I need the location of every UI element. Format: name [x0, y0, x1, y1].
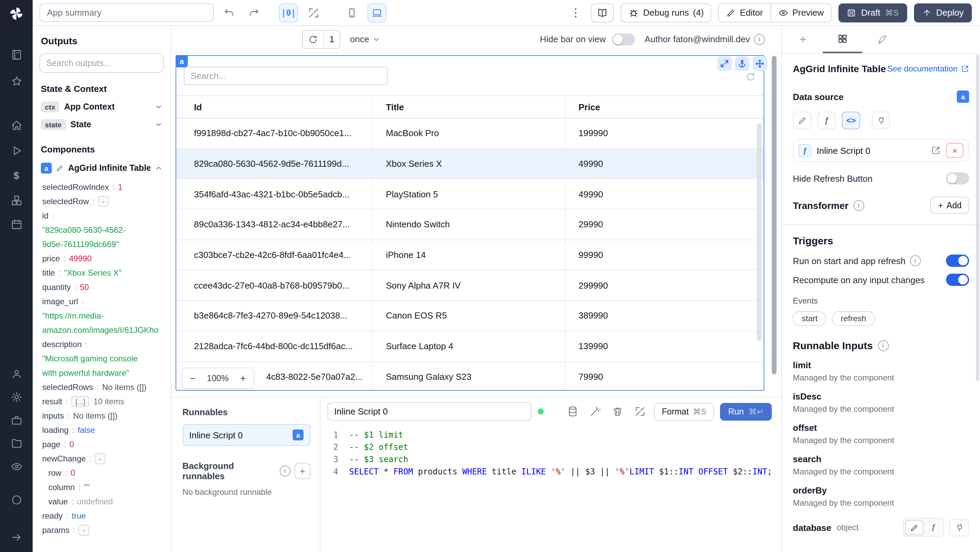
- hide-refresh-toggle[interactable]: [946, 172, 969, 185]
- format-button[interactable]: Format ⌘S: [654, 402, 714, 420]
- output-tree-row[interactable]: newChange : -: [42, 451, 164, 466]
- output-tree-row[interactable]: column : "": [42, 480, 164, 494]
- remove-script-button[interactable]: ×: [946, 143, 964, 158]
- output-tree-row[interactable]: selectedRowIndex : 1: [42, 180, 164, 194]
- grid-scrollbar[interactable]: [757, 123, 762, 341]
- eye-icon[interactable]: [0, 456, 33, 476]
- state-row[interactable]: state State: [40, 116, 164, 134]
- connect-plug-icon[interactable]: [950, 519, 969, 536]
- dollar-icon[interactable]: $: [0, 165, 33, 185]
- event-chip[interactable]: start: [793, 311, 827, 326]
- help-circle-icon[interactable]: [0, 489, 33, 510]
- add-transformer-button[interactable]: +Add: [931, 197, 969, 214]
- centered-layout-toggle[interactable]: |0|: [279, 3, 298, 22]
- redo-button[interactable]: [245, 4, 263, 21]
- more-menu-button[interactable]: ⋮: [568, 6, 584, 19]
- event-chip[interactable]: refresh: [832, 311, 875, 326]
- output-tree-row[interactable]: image_url :: [42, 294, 164, 308]
- code-editor[interactable]: 1-- $1 limit2-- $2 offset3-- $3 search4S…: [321, 425, 781, 552]
- table-row[interactable]: 4c83-8022-5e70a07a2... Samsung Galaxy S2…: [176, 362, 764, 390]
- output-tree-row[interactable]: inputs : No items ([]): [42, 408, 164, 423]
- run-button[interactable]: Run ⌘↵: [720, 402, 772, 420]
- output-tree-row[interactable]: price : 49990: [42, 251, 164, 266]
- table-search-input[interactable]: [184, 67, 388, 85]
- output-tree-row[interactable]: quantity : 50: [42, 280, 164, 294]
- output-tree-row[interactable]: 9d5e-7611199dc669": [42, 237, 164, 251]
- editor-tab[interactable]: Editor: [719, 4, 770, 21]
- gear-icon[interactable]: [0, 387, 33, 407]
- output-tree-row[interactable]: ready : true: [42, 508, 164, 523]
- table-row[interactable]: 89c0a336-1343-4812-ac34-e4bb8e27... Nint…: [176, 210, 764, 240]
- output-tree-row[interactable]: description :: [42, 337, 164, 351]
- output-tree-row[interactable]: "https://m.media-: [42, 308, 164, 323]
- connect-plug-icon[interactable]: [872, 111, 890, 129]
- database-icon[interactable]: [565, 403, 581, 420]
- magic-wand-icon[interactable]: [587, 403, 603, 420]
- deploy-button[interactable]: Deploy: [914, 3, 972, 22]
- windmill-logo[interactable]: [0, 3, 33, 24]
- tab-styling[interactable]: [862, 26, 902, 53]
- recompute-toggle[interactable]: [946, 274, 969, 286]
- aggrid-table-component[interactable]: a Id Title Price: [176, 55, 764, 391]
- collapse-arrow-icon[interactable]: [0, 527, 33, 547]
- run-on-start-toggle[interactable]: [946, 255, 969, 267]
- play-icon[interactable]: [0, 140, 33, 161]
- output-tree-row[interactable]: params : -: [42, 523, 164, 537]
- star-icon[interactable]: [0, 71, 33, 91]
- preview-tab[interactable]: Preview: [770, 4, 831, 21]
- pencil-icon[interactable]: [905, 520, 924, 535]
- output-tree-row[interactable]: result : [...] 10 items: [42, 394, 164, 408]
- desktop-view-button[interactable]: [368, 3, 387, 22]
- table-row[interactable]: 354f6afd-43ac-4321-b1bc-0b5e5adcb... Pla…: [176, 179, 764, 210]
- zoom-in-button[interactable]: +: [233, 368, 253, 388]
- add-background-runnable-button[interactable]: +: [295, 463, 311, 479]
- chevron-up-icon[interactable]: [154, 164, 163, 172]
- output-tree-row[interactable]: selectedRow : -: [42, 194, 164, 208]
- app-summary-input[interactable]: [40, 3, 214, 22]
- script-name-input[interactable]: [327, 402, 531, 421]
- table-row[interactable]: 2128adca-7fc6-44bd-800c-dc115df6ac... Su…: [176, 331, 764, 362]
- briefcase-icon[interactable]: [0, 410, 33, 430]
- column-header-price[interactable]: Price: [566, 96, 764, 118]
- refresh-icon[interactable]: [303, 30, 323, 48]
- outputs-search-input[interactable]: [40, 53, 164, 73]
- chevron-down-icon[interactable]: [154, 121, 163, 129]
- zoom-out-button[interactable]: −: [182, 368, 203, 388]
- anchor-icon[interactable]: [735, 56, 749, 71]
- tab-insert-component[interactable]: +: [783, 26, 823, 53]
- output-tree-row[interactable]: amazon.com/images/I/61JGKho: [42, 323, 164, 337]
- trash-icon[interactable]: [609, 403, 626, 420]
- table-row[interactable]: ccee43dc-27e0-40a8-b768-b09579b0... Sony…: [176, 270, 764, 301]
- see-documentation-link[interactable]: See documentation: [887, 64, 969, 73]
- calendar-icon[interactable]: [0, 214, 33, 234]
- move-icon[interactable]: [753, 56, 767, 71]
- folder-icon[interactable]: [0, 433, 33, 453]
- open-script-external-icon[interactable]: [931, 146, 940, 155]
- column-header-title[interactable]: Title: [373, 96, 566, 118]
- undo-button[interactable]: [221, 4, 238, 21]
- inline-script-row[interactable]: ƒ Inline Script 0 ×: [793, 139, 969, 162]
- cubes-icon[interactable]: [0, 190, 33, 210]
- output-tree-row[interactable]: title : "Xbox Series X": [42, 266, 164, 280]
- output-tree-row[interactable]: row : 0: [42, 466, 164, 480]
- eval-icon[interactable]: ƒ: [817, 111, 836, 129]
- component-handle-badge[interactable]: a: [176, 55, 188, 67]
- notebook-icon[interactable]: [0, 44, 33, 65]
- ctx-row[interactable]: ctx App Context: [40, 98, 164, 116]
- eval-icon[interactable]: ƒ: [925, 520, 942, 534]
- docs-button[interactable]: [591, 3, 614, 22]
- fullscreen-canvas-button[interactable]: [305, 4, 323, 21]
- table-row[interactable]: c303bce7-cb2e-42c6-8fdf-6aa01fc4e4... iP…: [176, 240, 764, 270]
- user-icon[interactable]: [0, 363, 33, 384]
- app-canvas[interactable]: a Id Title Price: [172, 53, 781, 397]
- table-row[interactable]: b3e864c8-7fe3-4270-89e9-54c12038... Cano…: [176, 301, 764, 331]
- refresh-interval-select[interactable]: once: [350, 34, 380, 44]
- output-tree-row[interactable]: page : 0: [42, 437, 164, 451]
- component-output-row[interactable]: a AgGrid Infinite Table: [40, 159, 164, 178]
- table-row[interactable]: 829ca080-5630-4562-9d5e-7611199d... Xbox…: [176, 149, 764, 179]
- output-tree-row[interactable]: selectedRows : No items ([]): [42, 380, 164, 394]
- output-tree-row[interactable]: "829ca080-5630-4562-: [42, 223, 164, 237]
- expand-icon[interactable]: [717, 56, 732, 71]
- pencil-icon[interactable]: [56, 164, 64, 172]
- canvas-scrollbar[interactable]: [772, 56, 776, 374]
